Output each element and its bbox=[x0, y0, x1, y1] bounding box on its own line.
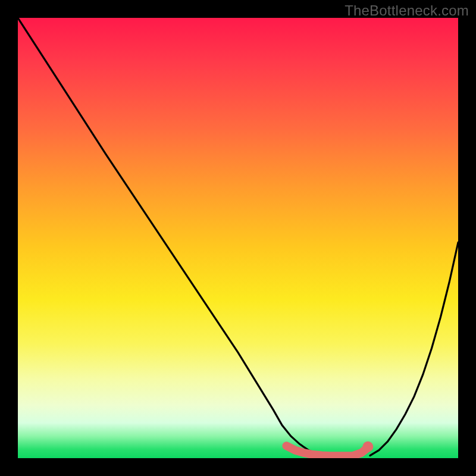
curve-layer bbox=[18, 18, 458, 458]
left-curve bbox=[18, 18, 335, 457]
chart-frame: TheBottleneck.com bbox=[0, 0, 476, 476]
watermark-text: TheBottleneck.com bbox=[345, 2, 469, 19]
plot-area bbox=[18, 18, 458, 458]
accent-segment bbox=[286, 446, 368, 456]
right-curve bbox=[370, 242, 458, 455]
accent-dot-icon bbox=[362, 441, 373, 452]
